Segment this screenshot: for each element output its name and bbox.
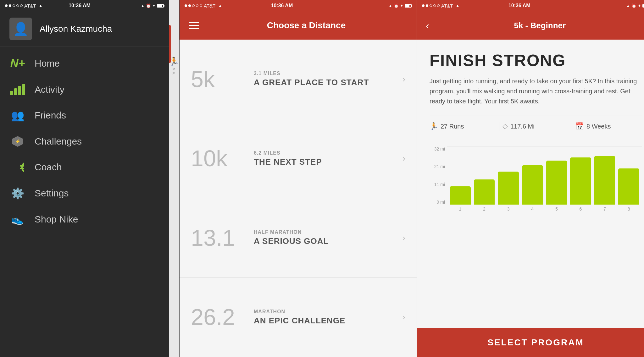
- y-label-21: 21 mi: [434, 164, 445, 169]
- y-label-11: 11 mi: [434, 182, 445, 187]
- activity-bars-icon: [10, 84, 25, 95]
- chevron-right-icon-10k: ›: [402, 153, 405, 163]
- distance-panel: AT&T ▲ 10:36 AM ▲ ⏰ ✦ Choose a Distance …: [179, 0, 417, 357]
- battery-icon: [157, 4, 164, 8]
- weeks-value: 8 Weeks: [586, 123, 611, 130]
- distance-tagline-marathon: AN EPIC CHALLENGE: [254, 316, 402, 326]
- x-label-4: 4: [522, 206, 543, 211]
- friends-icon: 👥: [11, 109, 24, 122]
- p3-carrier: AT&T: [441, 3, 453, 8]
- p2-wifi-icon: ▲: [218, 3, 222, 8]
- select-program-button[interactable]: SELECT PROGRAM: [417, 328, 644, 357]
- p2-status-right: ▲ ⏰ ✦: [388, 3, 412, 8]
- distance-info-5k: 3.1 MILES A GREAT PLACE TO START: [254, 71, 402, 87]
- x-label-8: 8: [618, 206, 639, 211]
- carrier-label: AT&T: [24, 3, 36, 8]
- p3-time: 10:36 AM: [508, 3, 530, 8]
- p2-battery-fill: [405, 5, 410, 7]
- sidebar-item-shop[interactable]: 👟 Shop Nike: [0, 206, 169, 232]
- x-label-6: 6: [570, 206, 591, 211]
- distance-miles-marathon: MARATHON: [254, 309, 402, 315]
- status-time: 10:36 AM: [69, 3, 91, 8]
- alarm-icon: ⏰: [146, 3, 151, 8]
- distance-icon: ◇: [502, 122, 508, 130]
- signal-dots: [5, 4, 23, 7]
- distance-value: 117.6 Mi: [510, 123, 535, 130]
- distance-header: Choose a Distance: [180, 11, 417, 40]
- back-button[interactable]: ‹: [426, 20, 429, 31]
- p2-signal-dot-5: [200, 4, 202, 7]
- sidebar-item-home[interactable]: N+ Home: [0, 50, 169, 77]
- x-label-1: 1: [450, 206, 471, 211]
- runs-icon: 🏃: [430, 122, 438, 130]
- distance-item-10k[interactable]: 10k 6.2 MILES THE NEXT STEP ›: [180, 119, 417, 199]
- y-label-0: 0 mi: [437, 200, 445, 205]
- sidebar-item-coach[interactable]: Coach: [0, 154, 169, 180]
- sidebar-item-label-activity: Activity: [35, 84, 64, 95]
- x-label-7: 7: [594, 206, 615, 211]
- run-indicator-partial: 🏃 RUN: [169, 0, 179, 357]
- user-profile[interactable]: 👤 Allyson Kazmucha: [0, 11, 169, 47]
- signal-dots-p2: [185, 4, 202, 7]
- detail-panel-title: 5k - Beginner: [434, 21, 644, 30]
- p2-signal-dot-1: [185, 4, 187, 7]
- p2-alarm-icon: ⏰: [394, 3, 399, 8]
- shoe-icon: 👟: [11, 213, 24, 225]
- gridline-1: [447, 184, 642, 184]
- bar1: [10, 91, 13, 95]
- sidebar-item-settings[interactable]: ⚙️ Settings: [0, 180, 169, 206]
- avatar: 👤: [9, 18, 32, 40]
- distance-info-half: HALF MARATHON A SERIOUS GOAL: [254, 229, 402, 246]
- distance-item-half[interactable]: 13.1 HALF MARATHON A SERIOUS GOAL ›: [180, 198, 417, 278]
- challenges-hex-icon: ⚡: [12, 135, 24, 147]
- gridline-0: [447, 203, 642, 203]
- p3-signal-dot-5: [437, 4, 440, 7]
- distance-number-5k: 5k: [191, 68, 254, 91]
- hamburger-line-3: [189, 28, 199, 29]
- sidebar-item-challenges[interactable]: ⚡ Challenges: [0, 129, 169, 154]
- gridline-2: [447, 165, 642, 165]
- stat-divider-1: [499, 122, 499, 131]
- p2-signal-dot-2: [188, 4, 191, 7]
- p3-signal-dot-1: [422, 4, 425, 7]
- p3-wifi-icon: ▲: [455, 3, 460, 8]
- sidebar-navigation: N+ Home Activity 👥 Friends: [0, 47, 169, 357]
- distance-miles-5k: 3.1 MILES: [254, 71, 402, 76]
- distance-number-10k: 10k: [191, 147, 254, 170]
- bar2: [14, 88, 17, 95]
- home-icon-wrap: N+: [9, 57, 26, 70]
- program-description: Just getting into running, and ready to …: [430, 76, 642, 106]
- coach-c-icon: [11, 161, 24, 173]
- sidebar-item-label-shop: Shop Nike: [35, 214, 78, 225]
- activity-icon-wrap: [9, 84, 26, 95]
- p2-signal-dot-3: [192, 4, 195, 7]
- x-label-5: 5: [546, 206, 567, 211]
- sidebar-panel: AT&T ▲ 10:36 AM ▲ ⏰ ✦ 👤 Allyson Kazmucha…: [0, 0, 169, 357]
- sidebar-item-label-coach: Coach: [35, 162, 62, 173]
- p3-alarm-icon: ⏰: [631, 3, 636, 8]
- status-bar-panel3: AT&T ▲ 10:36 AM ▲ ⏰ ✦: [417, 0, 644, 11]
- hamburger-menu-button[interactable]: [189, 22, 199, 29]
- svg-text:⚡: ⚡: [15, 139, 21, 144]
- friends-icon-wrap: 👥: [9, 109, 26, 122]
- sidebar-item-label-settings: Settings: [35, 188, 69, 199]
- distance-number-half: 13.1: [191, 227, 254, 249]
- stat-runs: 🏃 27 Runs: [430, 122, 496, 130]
- gridline-3: [447, 146, 642, 146]
- signal-dot-5: [20, 4, 23, 7]
- x-label-3: 3: [498, 206, 519, 211]
- bluetooth-icon: ✦: [152, 3, 156, 8]
- distance-number-marathon: 26.2: [191, 306, 254, 328]
- status-right-icons: ▲ ⏰ ✦: [141, 3, 164, 8]
- distance-miles-half: HALF MARATHON: [254, 229, 402, 235]
- signal-dots-p3: [422, 4, 440, 7]
- sidebar-item-label-challenges: Challenges: [35, 136, 82, 147]
- sidebar-item-activity[interactable]: Activity: [0, 77, 169, 102]
- distance-item-5k[interactable]: 5k 3.1 MILES A GREAT PLACE TO START ›: [180, 40, 417, 119]
- status-bar-panel2: AT&T ▲ 10:36 AM ▲ ⏰ ✦: [180, 0, 417, 11]
- distance-info-marathon: MARATHON AN EPIC CHALLENGE: [254, 309, 402, 326]
- distance-list: 5k 3.1 MILES A GREAT PLACE TO START › 10…: [180, 40, 417, 357]
- distance-item-marathon[interactable]: 26.2 MARATHON AN EPIC CHALLENGE ›: [180, 278, 417, 357]
- sidebar-item-friends[interactable]: 👥 Friends: [0, 102, 169, 129]
- p2-bluetooth-icon: ✦: [400, 3, 403, 8]
